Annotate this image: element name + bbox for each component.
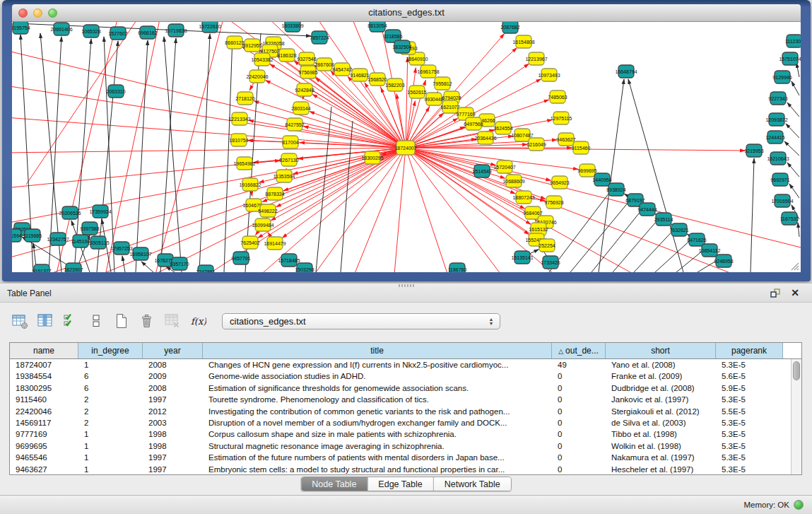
graph-node[interactable]: 10543382 [251, 53, 273, 66]
graph-node[interactable]: 16099484 [252, 218, 273, 231]
graph-node[interactable]: 1244415 [765, 131, 784, 144]
graph-node[interactable]: 7247881 [196, 265, 215, 272]
network-canvas[interactable]: 1872400786601238912955182260589127503818… [12, 22, 801, 272]
graph-node[interactable]: 9397588 [80, 222, 99, 235]
graph-node[interactable]: 16033809 [281, 22, 303, 32]
table-row[interactable]: 1456911722003Disruption of a novel membe… [10, 417, 791, 428]
graph-node[interactable]: 1568520 [367, 73, 387, 86]
table-row[interactable]: 2242004622012Investigating the contribut… [10, 406, 791, 417]
column-header-in_degree[interactable]: in_degree [78, 343, 143, 358]
graph-node[interactable]: 1810754 [229, 134, 248, 146]
graph-node[interactable]: 19654982 [233, 157, 255, 170]
graph-node[interactable]: 1582203 [385, 78, 404, 91]
graph-node[interactable]: 20364436 [474, 132, 496, 144]
graph-node[interactable]: 16154808 [512, 35, 534, 48]
citation-network-graph[interactable]: 1872400786601238912955182260589127503818… [12, 22, 801, 272]
graph-node[interactable]: 1112304 [785, 35, 801, 47]
graph-node[interactable]: 9756985 [298, 66, 317, 78]
row-height-icon[interactable] [86, 311, 105, 331]
graph-node[interactable]: 12093872 [765, 113, 787, 126]
graph-node[interactable]: 8938924 [606, 183, 625, 196]
graph-node[interactable]: 1527607 [108, 27, 127, 40]
graph-node[interactable]: 1832504 [392, 40, 411, 53]
graph-node[interactable]: 9756928 [544, 196, 563, 209]
graph-node[interactable]: 16914479 [264, 237, 286, 250]
graph-node[interactable]: 2867608 [314, 58, 334, 71]
graph-node[interactable]: 1065328 [81, 25, 100, 37]
graph-node[interactable]: 6216049 [526, 138, 546, 151]
graph-node[interactable]: 9115460 [572, 141, 591, 154]
graph-node[interactable]: 1823907 [64, 263, 83, 272]
graph-node[interactable]: 16961758 [417, 65, 439, 78]
graph-node[interactable]: 9248958 [714, 255, 733, 267]
graph-node[interactable]: 10688609 [502, 175, 524, 187]
graph-node[interactable]: 9692971 [770, 173, 789, 186]
function-builder-icon[interactable]: f(x) [188, 311, 207, 331]
graph-node[interactable]: 7625402 [240, 236, 259, 249]
graph-node[interactable]: 9357170 [170, 257, 189, 270]
graph-node[interactable]: 16648794 [615, 65, 637, 78]
graph-node[interactable]: 7485063 [548, 90, 567, 103]
column-header-name[interactable]: name [10, 343, 78, 358]
column-header-year[interactable]: year [143, 343, 203, 358]
table-row[interactable]: 969969511998Structural magnetic resonanc… [10, 440, 791, 452]
vertical-scrollbar[interactable] [791, 359, 801, 474]
graph-node[interactable]: 9129946 [772, 71, 792, 83]
graph-node[interactable]: 15722610 [199, 22, 220, 33]
graph-node[interactable]: 2935114 [654, 213, 673, 226]
table-row[interactable]: 1938455462009Genome-wide association stu… [10, 370, 791, 382]
graph-node[interactable]: 9699695 [577, 164, 596, 177]
graph-node[interactable]: 9242848 [295, 83, 314, 96]
graph-node[interactable]: 9327548 [297, 52, 316, 65]
tab-edge-table[interactable]: Edge Table [367, 477, 433, 491]
graph-node[interactable]: 8813054 [367, 22, 387, 32]
select-columns-icon[interactable] [61, 311, 80, 331]
graph-node[interactable]: 12342757 [47, 233, 69, 245]
scrollbar-thumb[interactable] [793, 361, 800, 380]
column-header-title[interactable]: title [203, 343, 552, 358]
graph-node[interactable]: 8878334 [265, 187, 284, 200]
graph-node[interactable]: 8186328 [277, 49, 296, 62]
graph-node[interactable]: 6497568 [464, 117, 483, 130]
graph-node[interactable]: 12213967 [525, 52, 547, 65]
table-row[interactable]: 1830029562008Estimation of significance … [10, 382, 791, 394]
graph-node[interactable]: 2087682 [500, 22, 519, 33]
create-column-icon[interactable] [112, 311, 131, 331]
graph-node[interactable]: 19166822 [239, 178, 261, 191]
graph-hub-node[interactable]: 18724007 [394, 141, 416, 155]
graph-node[interactable]: 12975115 [551, 112, 572, 124]
graph-node[interactable]: 16958107 [129, 247, 151, 260]
graph-node[interactable]: 18300295 [361, 151, 383, 164]
graph-node[interactable]: 8427552 [285, 118, 304, 131]
table-row[interactable]: 1872400712008Changes of HCN gene express… [10, 359, 791, 370]
graph-node[interactable]: 3624554 [493, 122, 512, 134]
graph-node[interactable]: 7857224 [310, 31, 329, 44]
graph-node[interactable]: 15751074 [779, 52, 801, 65]
graph-node[interactable]: 22420046 [246, 70, 268, 83]
graph-node[interactable]: 1733426 [541, 256, 560, 269]
network-window[interactable]: citations_edges.txt 18724007866012389129… [2, 0, 811, 281]
graph-node[interactable]: 817004 [282, 136, 298, 148]
graph-node[interactable]: 2803144 [291, 102, 310, 115]
float-panel-icon[interactable] [770, 288, 781, 298]
graph-node[interactable]: 1115685 [23, 229, 42, 242]
graph-node[interactable]: 1167531 [780, 212, 799, 225]
graph-node[interactable]: 1514549 [472, 165, 491, 177]
graph-node[interactable]: 9215953 [744, 144, 763, 157]
graph-node[interactable]: 9155754 [12, 22, 30, 34]
table-mode-icon[interactable] [10, 311, 29, 331]
graph-node[interactable]: 8454743 [332, 63, 351, 76]
graph-node[interactable]: 13505135 [87, 236, 109, 249]
graph-node[interactable]: 9457791 [231, 252, 250, 264]
graph-node[interactable]: 9474444 [637, 203, 657, 216]
graph-node[interactable]: 9161377 [32, 264, 51, 272]
graph-node[interactable]: 15135141 [511, 251, 533, 264]
show-columns-icon[interactable] [35, 311, 54, 331]
graph-node[interactable]: 20691406 [50, 23, 72, 35]
graph-node[interactable]: 8267130 [279, 153, 298, 166]
graph-node[interactable]: 9654923 [550, 176, 569, 189]
graph-node[interactable]: 391594 [12, 229, 22, 242]
graph-node[interactable]: 2718120 [235, 92, 254, 105]
network-window-titlebar[interactable]: citations_edges.txt [12, 4, 801, 22]
graph-node[interactable]: 10973493 [538, 69, 560, 81]
